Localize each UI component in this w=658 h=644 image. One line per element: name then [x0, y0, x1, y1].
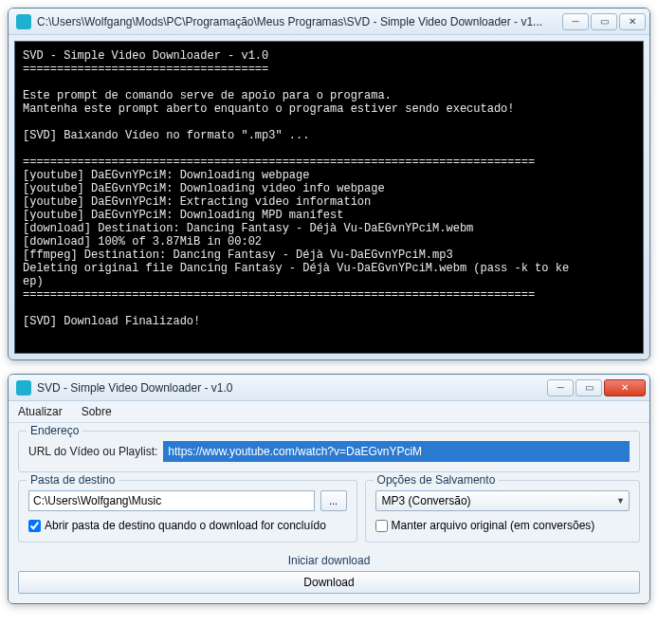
open-folder-checkbox[interactable] [28, 520, 41, 532]
format-select-value: MP3 (Conversão) [382, 494, 471, 507]
group-endereco-legend: Endereço [27, 424, 82, 437]
download-button[interactable]: Download [18, 571, 640, 594]
console-title: C:\Users\Wolfgang\Mods\PC\Programação\Me… [37, 15, 562, 28]
menubar: Atualizar Sobre [9, 401, 649, 423]
keep-original-label: Manter arquivo original (em conversões) [392, 519, 595, 532]
chevron-down-icon: ▼ [616, 496, 625, 506]
group-endereco: Endereço URL do Vídeo ou Playlist: [18, 431, 640, 472]
app-icon [16, 380, 31, 396]
window-controls: ─ ▭ ✕ [547, 379, 646, 396]
app-window: SVD - Simple Video Downloader - v1.0 ─ ▭… [8, 374, 650, 604]
app-titlebar[interactable]: SVD - Simple Video Downloader - v1.0 ─ ▭… [9, 375, 649, 401]
client-area: Endereço URL do Vídeo ou Playlist: Pasta… [9, 423, 649, 603]
close-button[interactable]: ✕ [604, 379, 646, 396]
keep-original-checkbox[interactable] [375, 520, 388, 532]
maximize-button[interactable]: ▭ [576, 379, 602, 396]
browse-button[interactable]: ... [320, 490, 347, 511]
start-legend: Iniciar download [18, 554, 640, 567]
window-controls: ─ ▭ ✕ [562, 13, 646, 30]
close-button[interactable]: ✕ [619, 13, 646, 30]
open-folder-label: Abrir pasta de destino quando o download… [45, 519, 326, 532]
menu-sobre[interactable]: Sobre [78, 403, 116, 420]
format-select[interactable]: MP3 (Conversão) ▼ [375, 490, 630, 511]
minimize-button[interactable]: ─ [562, 13, 589, 30]
group-pasta-legend: Pasta de destino [27, 473, 119, 487]
app-icon [16, 14, 31, 29]
path-input[interactable] [28, 490, 315, 511]
console-output: SVD - Simple Video Downloader - v1.0 ===… [14, 41, 644, 354]
console-titlebar[interactable]: C:\Users\Wolfgang\Mods\PC\Programação\Me… [9, 9, 649, 35]
app-title: SVD - Simple Video Downloader - v1.0 [37, 381, 547, 395]
group-opcoes-legend: Opções de Salvamento [374, 473, 500, 487]
maximize-button[interactable]: ▭ [591, 13, 617, 30]
menu-atualizar[interactable]: Atualizar [14, 403, 66, 420]
open-folder-check-row[interactable]: Abrir pasta de destino quando o download… [28, 519, 347, 532]
url-label: URL do Vídeo ou Playlist: [28, 445, 157, 458]
keep-original-check-row[interactable]: Manter arquivo original (em conversões) [375, 519, 630, 532]
url-input[interactable] [163, 441, 630, 462]
group-pasta: Pasta de destino ... Abrir pasta de dest… [18, 480, 357, 543]
group-opcoes: Opções de Salvamento MP3 (Conversão) ▼ M… [365, 480, 640, 543]
minimize-button[interactable]: ─ [547, 379, 574, 396]
console-window: C:\Users\Wolfgang\Mods\PC\Programação\Me… [8, 8, 650, 360]
